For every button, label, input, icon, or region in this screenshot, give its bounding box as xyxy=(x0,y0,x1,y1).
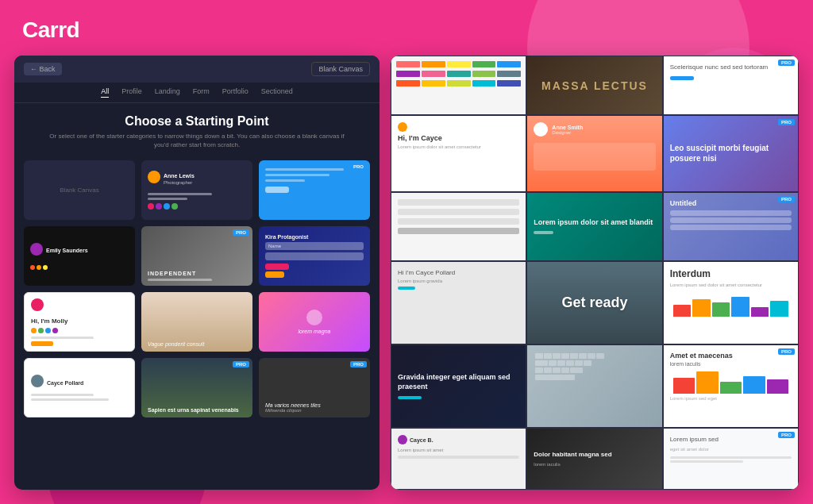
template-name: Cayce B. xyxy=(410,437,433,443)
template-blue-landing[interactable]: PRO xyxy=(259,160,370,220)
template-get-ready[interactable]: Get ready xyxy=(526,261,662,344)
right-panel: MASSA LECTUS PRO Scelerisque nunc sed se… xyxy=(391,56,799,490)
key xyxy=(535,367,543,373)
template-ma-varios[interactable]: PRO Ma varios neenes tiles Milisenda cli… xyxy=(259,358,370,417)
nav-landing[interactable]: Landing xyxy=(155,87,180,98)
template-text: Interdum xyxy=(670,268,792,279)
swatch xyxy=(472,71,496,77)
keyboard-visual xyxy=(527,345,661,388)
template-car[interactable]: PRO INDEPENDENT xyxy=(141,226,252,286)
key xyxy=(549,360,557,366)
template-lorem[interactable]: lorem magna xyxy=(259,292,370,352)
dot xyxy=(37,265,41,270)
template-dolor[interactable]: Dolor habitant magna sed lorem iaculis xyxy=(526,428,662,490)
template-keyboard[interactable] xyxy=(526,344,662,428)
template-cayce-b[interactable]: Cayce B. Lorem ipsum sit amet xyxy=(391,428,526,490)
template-anne-lewis[interactable]: Anne Lewis Photographer xyxy=(141,160,252,220)
profile-row: Cayce Pollard xyxy=(31,375,128,391)
template-sapient[interactable]: PRO Sapien est urna sapinat venenabis xyxy=(141,358,252,417)
pro-badge: PRO xyxy=(778,432,795,438)
field-mock xyxy=(670,217,792,223)
swatch xyxy=(472,61,496,67)
profile-row xyxy=(31,298,128,314)
template-text: Sapien est urna sapinat venenabis xyxy=(148,407,246,413)
line xyxy=(670,456,792,459)
dot xyxy=(43,265,48,270)
button-mock xyxy=(265,187,289,193)
nav-form[interactable]: Form xyxy=(193,87,210,98)
key xyxy=(553,367,561,373)
blank-canvas-button[interactable]: Blank Canvas xyxy=(311,62,370,76)
bar xyxy=(692,299,711,317)
key-row xyxy=(535,375,653,380)
template-cayce-pollard[interactable]: Cayce Pollard xyxy=(24,358,135,417)
pro-badge: PRO xyxy=(350,164,367,170)
template-cayce-pollard-r[interactable]: Hi I'm Cayce Pollard Lorem ipsum gravida xyxy=(391,261,526,344)
template-name: Anne Smith xyxy=(552,125,583,130)
nav-sectioned[interactable]: Sectioned xyxy=(261,87,293,98)
template-anne-smith[interactable]: Anne Smith Designer xyxy=(526,115,662,191)
template-mountain[interactable]: Vague ponderit consult xyxy=(141,292,252,352)
line xyxy=(31,394,94,396)
dot xyxy=(45,328,51,333)
template-leo[interactable]: PRO Leo suscipit morbi feugiat posuere n… xyxy=(663,115,799,191)
template-lorem-serif[interactable]: PRO Scelerisque nunc sed sed tortoram xyxy=(663,56,799,115)
template-text: Scelerisque nunc sed sed tortoram xyxy=(670,63,792,71)
template-text: Vague ponderit consult xyxy=(148,341,246,347)
swatch xyxy=(422,61,445,67)
template-molly[interactable]: Hi, I'm Molly xyxy=(24,292,135,352)
template-interdum[interactable]: Interdum Lorem ipsum sed dolor sit amet … xyxy=(663,261,799,344)
template-gravida[interactable]: Gravida integer eget aliquam sed praesen… xyxy=(391,344,526,428)
template-text: Leo suscipit morbi feugiat posuere nisi xyxy=(670,143,792,164)
template-kira[interactable]: Kira Protagonist Name xyxy=(259,226,370,286)
line xyxy=(670,460,743,463)
field-mock xyxy=(398,218,519,225)
swatch xyxy=(497,61,521,67)
template-emily[interactable]: Emily Saunders xyxy=(24,226,135,286)
nav-all[interactable]: All xyxy=(101,87,109,98)
template-amet[interactable]: PRO Amet et maecenas lorem iaculis Lorem… xyxy=(663,344,799,428)
bar xyxy=(743,376,765,394)
template-sub: Lorem ipsum gravida xyxy=(398,279,519,283)
template-cayce-hi[interactable]: Hi, I'm Cayce Lorem ipsum dolor sit amet… xyxy=(391,115,526,191)
line xyxy=(31,398,109,401)
bar xyxy=(696,371,718,394)
key xyxy=(596,353,604,359)
template-text: lorem magna xyxy=(299,329,331,334)
pro-badge: PRO xyxy=(778,60,795,66)
template-massa[interactable]: MASSA LECTUS xyxy=(526,56,662,115)
swatch xyxy=(497,71,521,77)
bar xyxy=(720,382,742,394)
line xyxy=(148,193,212,195)
template-text: Lorem ipsum sed xyxy=(670,435,792,444)
nav-portfolio[interactable]: Portfolio xyxy=(222,87,249,98)
line xyxy=(534,231,553,234)
template-nav: All Profile Landing Form Portfolio Secti… xyxy=(14,83,380,103)
key xyxy=(570,367,583,373)
field-mock xyxy=(398,228,519,234)
swatch xyxy=(396,61,420,67)
nav-profile[interactable]: Profile xyxy=(121,87,142,98)
template-sub: Photographer xyxy=(164,180,195,185)
line xyxy=(265,179,305,182)
submit-btn xyxy=(265,271,284,278)
pro-badge: PRO xyxy=(778,196,795,202)
swatch xyxy=(422,71,445,77)
template-lorem-teal[interactable]: Lorem ipsum dolor sit amet blandit xyxy=(526,192,662,261)
cta-line xyxy=(398,287,415,290)
form-field xyxy=(265,252,364,260)
key xyxy=(535,353,543,359)
mini-chart xyxy=(670,293,792,317)
btn-mock xyxy=(31,341,53,346)
template-swatches[interactable] xyxy=(391,56,526,115)
template-untitled-purple[interactable]: PRO Untitled xyxy=(663,192,799,261)
template-lorem-bottom[interactable]: PRO Lorem ipsum sed eget sit amet dolor xyxy=(663,428,799,490)
template-form-white[interactable] xyxy=(391,192,526,261)
template-blank-canvas[interactable]: Blank Canvas xyxy=(24,160,135,220)
bar xyxy=(673,305,692,317)
back-button[interactable]: ← Back xyxy=(24,63,62,75)
bar xyxy=(712,302,730,317)
template-grid: Blank Canvas Anne Lewis Photographer xyxy=(14,152,380,425)
template-name: Emily Saunders xyxy=(46,248,88,253)
swatch xyxy=(447,71,471,77)
